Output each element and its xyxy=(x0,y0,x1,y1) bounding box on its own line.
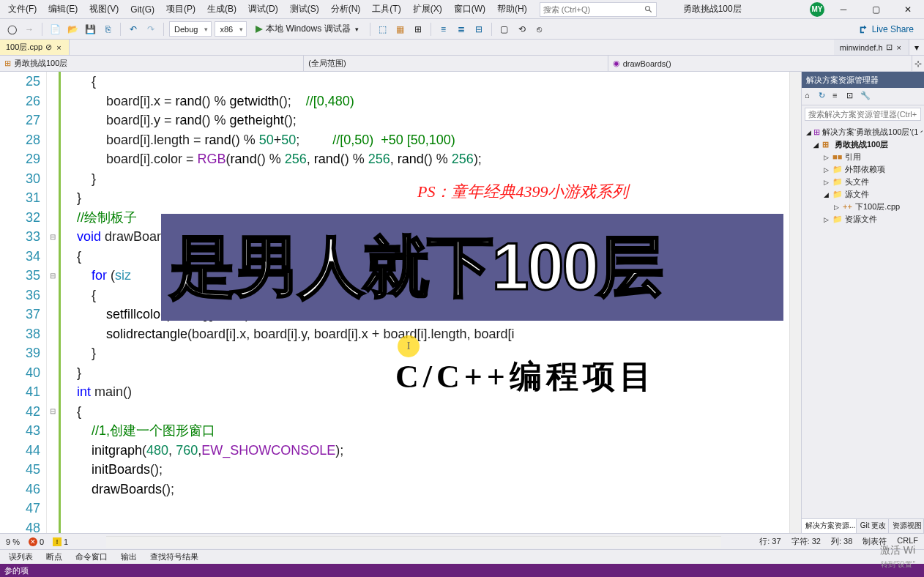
step-icon-1[interactable]: ≡ xyxy=(436,22,451,37)
live-share-icon xyxy=(859,24,869,34)
solution-search-input[interactable] xyxy=(805,108,921,121)
redo-icon[interactable]: ↷ xyxy=(144,22,158,37)
tool-icon-6[interactable]: ⎋ xyxy=(532,22,547,37)
close-button[interactable]: ✕ xyxy=(895,2,921,17)
nav-member-combo[interactable]: ◉drawBoards() xyxy=(608,56,912,71)
config-combo[interactable]: Debug xyxy=(169,21,212,37)
quick-search-box[interactable] xyxy=(540,2,657,17)
platform-combo[interactable]: x86 xyxy=(215,21,247,37)
sb-tab-git[interactable]: Git 更改 xyxy=(857,519,889,533)
tab-keep-icon[interactable]: ⊡ xyxy=(886,42,893,52)
search-icon xyxy=(644,5,653,14)
menu-item[interactable]: 视图(V) xyxy=(84,1,124,18)
bottom-tab[interactable]: 输出 xyxy=(115,550,143,564)
tree-item[interactable]: ◢📁源文件 xyxy=(803,188,923,201)
collapse-icon[interactable]: ≡ xyxy=(832,91,844,103)
overlay-subtitle-red: PS：童年经典4399小游戏系列 xyxy=(417,181,628,203)
doc-tab-preview[interactable]: minwindef.h ⊡ × xyxy=(834,40,909,55)
status-encoding[interactable]: CRLF xyxy=(897,536,918,547)
menu-item[interactable]: 扩展(X) xyxy=(408,1,447,18)
menu-item[interactable]: 生成(B) xyxy=(202,1,242,18)
horizontal-scrollbar[interactable] xyxy=(106,536,721,548)
new-file-icon[interactable]: 📄 xyxy=(48,22,62,37)
show-all-icon[interactable]: ⊡ xyxy=(846,91,858,103)
props-icon[interactable]: 🔧 xyxy=(860,91,872,103)
status-line[interactable]: 行: 37 xyxy=(759,536,780,547)
sidebar-tabs: 解决方案资源... Git 更改 资源视图 xyxy=(802,518,924,533)
status-col[interactable]: 列: 38 xyxy=(831,536,852,547)
zoom-level[interactable]: 9 % xyxy=(6,537,20,546)
undo-icon[interactable]: ↶ xyxy=(126,22,141,37)
tab-close-icon[interactable]: × xyxy=(55,43,62,52)
step-icon-3[interactable]: ⊟ xyxy=(472,22,486,37)
solution-root[interactable]: ◢⊞解决方案'勇敢挑战100层'(1 个项 xyxy=(803,126,923,138)
sync-icon[interactable]: ↻ xyxy=(819,91,830,103)
nav-split-icon[interactable]: ⊹ xyxy=(912,56,924,71)
nav-fwd-icon[interactable]: → xyxy=(22,22,37,37)
menu-item[interactable]: Git(G) xyxy=(125,2,160,17)
error-icon: ✕ xyxy=(29,537,37,546)
solution-explorer-title: 解决方案资源管理器 xyxy=(802,72,924,88)
menu-item[interactable]: 编辑(E) xyxy=(43,1,83,18)
footer-bar: 参的项 xyxy=(0,564,924,577)
home-icon[interactable]: ⌂ xyxy=(805,91,816,103)
vertical-scrollbar[interactable] xyxy=(789,72,801,533)
project-node[interactable]: ◢⊞勇敢挑战100层 xyxy=(803,138,923,151)
sb-tab-resource[interactable]: 资源视图 xyxy=(889,519,924,533)
line-gutter: 2526272829303132333435363738394041424344… xyxy=(0,72,47,533)
save-all-icon[interactable]: ⎘ xyxy=(100,22,115,37)
live-share-button[interactable]: Live Share xyxy=(853,24,920,34)
tool-icon-5[interactable]: ⟲ xyxy=(515,22,529,37)
svg-point-0 xyxy=(645,6,649,10)
tool-icon-4[interactable]: ▢ xyxy=(497,22,512,37)
error-count[interactable]: ✕0 xyxy=(29,537,44,546)
bottom-tab[interactable]: 误列表 xyxy=(3,550,39,564)
menu-item[interactable]: 调试(D) xyxy=(243,1,283,18)
status-char[interactable]: 字符: 32 xyxy=(791,536,821,547)
warning-count[interactable]: !1 xyxy=(53,537,68,546)
tool-icon-3[interactable]: ⊞ xyxy=(411,22,425,37)
tab-close-icon[interactable]: × xyxy=(895,43,903,52)
tab-pin-icon[interactable]: ⊘ xyxy=(45,42,52,52)
save-icon[interactable]: 💾 xyxy=(83,22,97,37)
tab-overflow-icon[interactable]: ▾ xyxy=(909,40,924,55)
sb-tab-solution[interactable]: 解决方案资源... xyxy=(802,519,857,533)
nav-bar: ⊞勇敢挑战100层 (全局范围) ◉drawBoards() ⊹ xyxy=(0,56,924,72)
menu-item[interactable]: 文件(F) xyxy=(3,1,42,18)
menu-item[interactable]: 窗口(W) xyxy=(449,1,491,18)
tree-item[interactable]: ▷📁资源文件 xyxy=(803,213,923,226)
search-input[interactable] xyxy=(543,5,638,14)
run-button[interactable]: 本地 Windows 调试器 ▾ xyxy=(250,21,364,37)
open-icon[interactable]: 📂 xyxy=(65,22,80,37)
nav-project-combo[interactable]: ⊞勇敢挑战100层 xyxy=(0,56,304,71)
step-icon-2[interactable]: ≣ xyxy=(454,22,469,37)
minimize-button[interactable]: ─ xyxy=(830,2,857,17)
tree-item[interactable]: ▷📁外部依赖项 xyxy=(803,163,923,176)
menu-item[interactable]: 项目(P) xyxy=(161,1,201,18)
tab-label: minwindef.h xyxy=(840,43,883,52)
maximize-button[interactable]: ▢ xyxy=(862,2,889,17)
nav-back-icon[interactable]: ◯ xyxy=(4,22,19,37)
bottom-tab[interactable]: 查找符号结果 xyxy=(144,550,204,564)
solution-tree[interactable]: ◢⊞解决方案'勇敢挑战100层'(1 个项 ◢⊞勇敢挑战100层 ▷■■引用▷📁… xyxy=(802,123,924,228)
tool-icon-1[interactable]: ⬚ xyxy=(376,22,390,37)
solution-toolbar: ⌂ ↻ ≡ ⊡ 🔧 xyxy=(802,88,924,105)
warning-icon: ! xyxy=(53,537,62,546)
tool-icon-2[interactable]: ▦ xyxy=(393,22,408,37)
status-tabs[interactable]: 制表符 xyxy=(862,536,887,547)
menu-item[interactable]: 帮助(H) xyxy=(492,1,532,18)
menu-item[interactable]: 分析(N) xyxy=(326,1,366,18)
tree-item[interactable]: ▷++下100层.cpp xyxy=(803,201,923,213)
nav-scope-combo[interactable]: (全局范围) xyxy=(304,56,608,71)
menu-item[interactable]: 工具(T) xyxy=(367,1,406,18)
tree-item[interactable]: ▷📁头文件 xyxy=(803,176,923,188)
doc-tab-active[interactable]: 100层.cpp ⊘ × xyxy=(0,40,70,55)
bottom-tab[interactable]: 命令窗口 xyxy=(70,550,113,564)
document-tab-strip: 100层.cpp ⊘ × minwindef.h ⊡ × ▾ xyxy=(0,40,924,56)
menu-item[interactable]: 测试(S) xyxy=(285,1,324,18)
fold-column[interactable]: ⊟⊟⊟ xyxy=(47,72,59,533)
tree-item[interactable]: ▷■■引用 xyxy=(803,151,923,163)
user-avatar[interactable]: MY xyxy=(810,2,824,17)
play-icon xyxy=(256,26,263,33)
bottom-tab[interactable]: 断点 xyxy=(40,550,68,564)
